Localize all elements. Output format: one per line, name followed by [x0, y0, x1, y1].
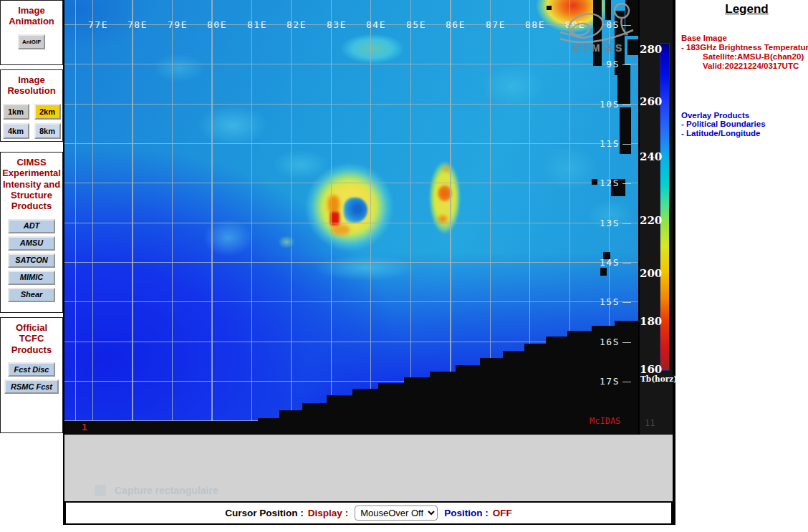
frame-number: 1: [82, 422, 87, 432]
amsu-button[interactable]: AMSU: [8, 236, 55, 251]
fcst-disc-button[interactable]: Fcst Disc: [8, 362, 56, 377]
mouseover-select[interactable]: MouseOver Off: [355, 506, 438, 521]
lon-label: 83E: [327, 19, 347, 30]
lat-label: 16S: [594, 337, 631, 347]
cyclone-eye: [344, 198, 367, 223]
colorbar-panel: 280 260 240 220 200 180 160 Tb(horz) 11: [638, 0, 673, 435]
lat-label: 9S: [594, 59, 631, 69]
cimss-logo: CIMSS: [559, 1, 638, 56]
lat-label: 11S: [594, 138, 631, 149]
lon-label: 79E: [168, 19, 188, 30]
anigif-button[interactable]: AniGIF: [18, 34, 45, 49]
adt-button[interactable]: ADT: [8, 219, 55, 233]
base-image-valid-time: Valid:20221224/0317UTC: [681, 62, 802, 71]
colorbar-bottom-number: 11: [645, 418, 655, 428]
main-column: 77E 78E 79E 80E 81E 82E 83E 84E 85E 86E …: [63, 0, 674, 525]
lat-label: 14S: [594, 257, 631, 268]
section-title-image-resolution: Image Resolution: [1, 74, 62, 97]
colorbar-tick: 240: [640, 150, 659, 163]
lat-label: 10S: [594, 99, 631, 110]
lon-label: 85E: [406, 19, 426, 30]
overlay-products-heading: Overlay Products: [681, 111, 802, 120]
base-image-heading: Base Image: [681, 34, 802, 43]
data-gap-patch: [547, 6, 552, 10]
screenshot-watermark: Capture rectangulaire: [95, 485, 218, 496]
satcon-button[interactable]: SATCON: [8, 253, 55, 268]
lat-label: 12S: [594, 178, 631, 188]
cyclone-orange-cell-south: [332, 225, 350, 235]
sidebar: Image Animation AniGIF Image Resolution …: [0, 0, 63, 433]
sidebar-section-tcfc-products: Official TCFC Products Fcst Disc RSMC Fc…: [0, 317, 63, 433]
base-image-satellite: Satellite:AMSU-B(chan20): [681, 52, 802, 62]
shear-button[interactable]: Shear: [8, 288, 55, 302]
cyclone-orange-cell-north: [328, 195, 340, 213]
satellite-viewer: 77E 78E 79E 80E 81E 82E 83E 84E 85E 86E …: [64, 0, 673, 435]
cimss-tc-viewer-page: Image Animation AniGIF Image Resolution …: [0, 0, 808, 532]
resolution-button-grid: 1km 2km 4km 8km: [1, 104, 62, 139]
lon-label: 87E: [486, 19, 506, 30]
mcidas-credit: McIDAS: [590, 416, 620, 426]
lon-label: 77E: [88, 19, 108, 30]
lon-label: 78E: [128, 19, 148, 30]
colorbar-tick: 200: [640, 267, 659, 280]
display-label: Display :: [308, 508, 348, 518]
colorbar-unit-label: Tb(horz): [640, 374, 673, 383]
sidebar-section-image-animation: Image Animation AniGIF: [0, 0, 63, 65]
satellite-image[interactable]: 77E 78E 79E 80E 81E 82E 83E 84E 85E 86E …: [64, 0, 638, 435]
lon-label: 88E: [525, 19, 545, 30]
landmass-black-region: [64, 315, 638, 435]
watermark-text: Capture rectangulaire: [115, 485, 218, 496]
colorbar-tick: 280: [640, 43, 659, 56]
position-label: Position :: [444, 508, 489, 518]
overlay-products-block: Overlay Products - Political Boundaries …: [681, 111, 802, 139]
data-gap-patch: [617, 64, 630, 104]
resolution-8km-button[interactable]: 8km: [34, 123, 61, 139]
section-title-experimental-products: CIMSS Experimental Intensity and Structu…: [1, 157, 62, 212]
sidebar-section-experimental-products: CIMSS Experimental Intensity and Structu…: [0, 152, 63, 313]
image-bottom-strip: [64, 421, 638, 435]
cyclone-core-feature: [296, 152, 403, 263]
legend-panel: Legend Base Image - 183GHz Brightness Te…: [674, 0, 807, 525]
cyclone-red-cell: [330, 212, 340, 226]
east-convection-band: [426, 156, 463, 243]
lat-label: 13S: [594, 218, 631, 228]
sidebar-section-image-resolution: Image Resolution 1km 2km 4km 8km: [0, 69, 63, 142]
experimental-button-column: ADT AMSU SATCON MIMIC Shear: [1, 219, 62, 302]
lon-label: 80E: [207, 19, 227, 30]
data-gap-patch: [600, 268, 607, 276]
rsmc-fcst-button[interactable]: RSMC Fcst: [4, 379, 59, 394]
section-title-tcfc-products: Official TCFC Products: [1, 322, 62, 355]
section-title-image-animation: Image Animation: [1, 5, 62, 27]
colorbar-tick: 260: [640, 95, 659, 108]
gray-panel: Capture rectangulaire: [64, 435, 673, 501]
overlay-political-boundaries: - Political Boundaries: [681, 120, 802, 129]
lon-label: 81E: [247, 19, 267, 30]
colorbar-tick: 220: [640, 214, 659, 227]
resolution-4km-button[interactable]: 4km: [3, 123, 29, 139]
lon-label: 86E: [446, 19, 466, 30]
cursor-position-label: Cursor Position :: [225, 508, 304, 518]
resolution-2km-button[interactable]: 2km: [34, 104, 61, 120]
lat-label: 17S: [594, 376, 631, 387]
overlay-latitude-longitude: - Latitude/Longitude: [681, 129, 802, 138]
lat-label: 15S: [594, 296, 631, 307]
tcfc-button-column: Fcst Disc RSMC Fcst: [1, 362, 62, 394]
resolution-1km-button[interactable]: 1km: [3, 104, 29, 120]
cursor-position-bar: Cursor Position : Display : MouseOver Of…: [64, 501, 673, 525]
colorbar-tick: 180: [640, 315, 659, 328]
watermark-icon: [95, 485, 106, 496]
mimic-button[interactable]: MIMIC: [8, 271, 55, 285]
cimss-logo-text: CIMSS: [573, 42, 626, 54]
legend-title: Legend: [681, 2, 802, 16]
base-image-line: - 183GHz Brightness Temperature: [681, 43, 802, 52]
lon-label: 84E: [366, 19, 386, 30]
lon-label: 82E: [287, 19, 307, 30]
position-value: OFF: [493, 508, 512, 518]
